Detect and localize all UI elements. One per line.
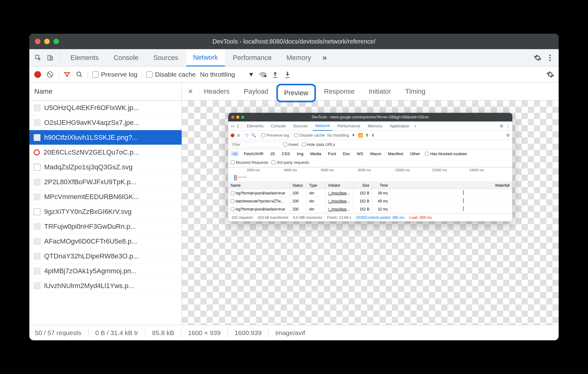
close-window-icon[interactable] [35,39,40,44]
settings-gear-icon[interactable] [532,52,543,63]
divider [60,53,60,62]
request-row[interactable]: TRFujw0pi0nHF3GwDuRn.p... [29,219,182,234]
window-title: DevTools - localhost:8080/docs/devtools/… [29,38,559,45]
request-name: U5OHzQL4tEKFr6OFIxWK.jp... [44,104,139,112]
inner-gear2-icon: ⚙ [506,133,510,138]
tab-sources[interactable]: Sources [146,49,185,66]
search-icon[interactable] [75,70,83,79]
request-row[interactable]: h90CtfziXluvh1LSSKJE.png?... [29,130,182,145]
kebab-menu-icon[interactable] [544,52,556,63]
status-dimensions: 1600 × 939 [188,329,221,337]
request-row[interactable]: U5OHzQL4tEKFr6OFIxWK.jp... [29,100,182,115]
request-detail-panel: × Headers Payload Preview Response Initi… [182,83,559,325]
inner-upload-icon: ⬆ [365,133,369,138]
status-bar: 50 / 57 requests 0 B / 31.4 kB tr 85.8 k… [29,325,559,340]
request-name: 4pIMBj7zOAk1y5Agmmoj.pn... [44,267,137,275]
throttling-select[interactable]: No throttling ▼ [200,71,254,78]
detail-tab-response[interactable]: Response [318,83,361,100]
upload-har-icon[interactable] [271,70,279,79]
file-icon [34,179,40,185]
preview-area: DevTools - news.google.com/topstories?hl… [182,100,559,325]
network-toolbar: Preserve log Disable cache No throttling… [29,66,559,83]
detail-tab-payload[interactable]: Payload [237,83,275,100]
file-icon [34,283,40,289]
file-icon [34,164,40,171]
disable-cache-checkbox[interactable]: Disable cache [146,71,196,78]
inner-filter-icon: ▽ [246,133,249,138]
file-icon [34,193,40,200]
request-row[interactable]: 9gzXiTYY0nZzBxGI6KrV.svg [29,204,182,219]
device-toggle-icon[interactable] [45,52,56,63]
file-icon [34,149,40,155]
tab-performance[interactable]: Performance [226,49,279,66]
content-split: Name U5OHzQL4tEKFr6OFIxWK.jp...O2slJEHG9… [29,83,559,325]
file-icon [34,253,40,260]
svg-point-4 [549,57,551,58]
inner-gear-icon: ⚙ [500,124,503,128]
request-name: QTDnaY32hLDipeRW8e3O.p... [44,252,139,260]
download-har-icon[interactable] [284,70,292,79]
tab-elements[interactable]: Elements [64,49,106,66]
detail-tab-initiator[interactable]: Initiator [363,83,397,100]
svg-rect-1 [48,55,51,60]
request-row[interactable]: 20E6CLcSzNV2GELQu7oC.p... [29,145,182,160]
preview-image: DevTools - news.google.com/topstories?hl… [228,113,512,221]
tab-network[interactable]: Network [186,49,225,66]
request-row[interactable]: QTDnaY32hLDipeRW8e3O.p... [29,249,182,264]
inner-kebab-icon: ⋮ [506,124,510,128]
preserve-log-checkbox[interactable]: Preserve log [92,71,137,78]
detail-tab-timing[interactable]: Timing [399,83,431,100]
request-name: TRFujw0pi0nHF3GwDuRn.p... [44,223,136,231]
svg-point-5 [549,59,551,61]
panel-tab-bar: Elements Console Sources Network Perform… [29,49,559,66]
status-transferred: 0 B / 31.4 kB tr [95,329,138,337]
request-name: 20E6CLcSzNV2GELQu7oC.p... [44,148,139,156]
request-row[interactable]: 4pIMBj7zOAk1y5Agmmoj.pn... [29,264,182,278]
inner-inspect-icon: ▭ [231,124,234,128]
svg-point-8 [264,75,266,77]
filter-icon[interactable] [63,70,71,79]
inner-filter-input [231,142,280,148]
detail-tab-headers[interactable]: Headers [198,83,236,100]
close-detail-icon[interactable]: × [185,87,196,96]
clear-icon[interactable] [46,70,54,79]
request-row[interactable]: 2P2L80XfBoFWJFxU9TpK.p... [29,175,182,189]
status-mime: image/avif [275,329,305,337]
name-column-header[interactable]: Name [29,83,182,100]
network-conditions-icon[interactable] [259,70,267,79]
svg-point-3 [549,54,551,56]
network-settings-gear-icon[interactable] [546,70,554,79]
record-icon[interactable] [34,70,42,79]
request-row[interactable]: MadqZslZpo1sj3qQ3GsZ.svg [29,160,182,175]
tab-console[interactable]: Console [107,49,145,66]
request-name: O2slJEHG9avKV4aqzSx7.jpe... [44,119,139,127]
inner-table-header: Name Status Type Initiator Size Time Wat… [228,182,512,189]
request-name: 2P2L80XfBoFWJFxU9TpK.p... [44,178,136,186]
traffic-lights [35,39,59,44]
request-name: MPcVmmemtEEDURBN6lGK... [44,193,139,201]
request-row[interactable]: MPcVmmemtEEDURBN6lGK... [29,189,182,204]
inner-record-icon [231,134,234,137]
file-icon [34,268,40,274]
more-tabs-icon[interactable]: » [319,52,330,63]
dropdown-icon: ▼ [248,71,254,78]
devtools-window: DevTools - localhost:8080/docs/devtools/… [29,34,559,340]
status-ratio: 1600:939 [234,329,262,337]
status-size: 85.8 kB [152,329,174,337]
file-icon [34,134,40,141]
tab-memory[interactable]: Memory [280,49,318,66]
inner-download-icon: ⬇ [371,133,375,138]
maximize-window-icon[interactable] [53,39,59,44]
detail-tab-preview[interactable]: Preview [276,84,316,102]
svg-point-7 [77,72,81,76]
request-list: U5OHzQL4tEKFr6OFIxWK.jp...O2slJEHG9avKV4… [29,100,182,325]
request-row[interactable]: AFacMOgv6D0CFTr6U5e8.p... [29,234,182,249]
file-icon [34,119,40,126]
request-name: h90CtfziXluvh1LSSKJE.png?... [44,134,138,142]
inspect-element-icon[interactable] [32,52,44,63]
request-row[interactable]: lUvzhNUlrm2Myd4Ll1Yws.p... [29,278,182,293]
request-row[interactable]: O2slJEHG9avKV4aqzSx7.jpe... [29,115,182,130]
minimize-window-icon[interactable] [44,39,50,44]
request-list-panel: Name U5OHzQL4tEKFr6OFIxWK.jp...O2slJEHG9… [29,83,182,325]
request-name: 9gzXiTYY0nZzBxGI6KrV.svg [44,208,132,216]
